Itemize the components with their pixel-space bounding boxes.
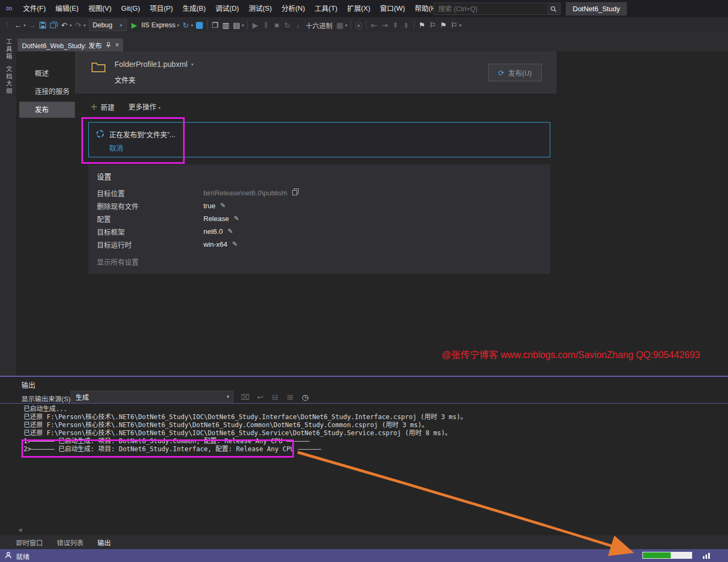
memory-dropdown-icon[interactable]: ▾ — [345, 23, 347, 28]
clear-output-icon[interactable]: ⌧ — [240, 391, 251, 404]
setting-label: 目标框架 — [97, 226, 203, 237]
solution-configuration-select[interactable]: Debug ▾ — [89, 19, 127, 31]
redo-dropdown-icon[interactable]: ▾ — [84, 23, 86, 28]
menu-view[interactable]: 视图(V) — [84, 0, 116, 17]
hexadecimal-toggle[interactable]: 十六进制 — [306, 20, 332, 31]
setting-value: net6.0 — [203, 227, 223, 236]
profile-name-dropdown[interactable]: FolderProfile1.pubxml ▾ — [115, 60, 194, 69]
solution-window-title: DotNet6_Study — [566, 2, 627, 16]
restart-icon[interactable]: ↻ — [282, 19, 293, 32]
build-progress-fill — [643, 552, 671, 558]
stop-icon[interactable]: ■ — [271, 19, 282, 32]
menu-project[interactable]: 项目(P) — [145, 0, 178, 17]
pause-icon[interactable]: ‖ — [261, 19, 271, 32]
tab-immediate-window[interactable]: 即时窗口 — [16, 537, 43, 548]
toolbar-overflow-icon[interactable]: ▾ — [459, 23, 461, 28]
tab-error-list[interactable]: 错误列表 — [57, 537, 84, 548]
profile-dropdown-icon: ▾ — [191, 62, 193, 67]
save-all-icon[interactable] — [48, 19, 59, 32]
uncomment-icon[interactable]: ⇟ — [401, 19, 412, 32]
blog-watermark-text: @张传宁博客 www.cnblogs.com/SavionZhang QQ:90… — [442, 347, 700, 361]
output-toolbar-divider — [0, 403, 728, 404]
menu-debug[interactable]: 调试(D) — [210, 0, 244, 17]
more-actions-button[interactable]: 更多操作 ▾ — [128, 101, 162, 111]
feedback-icon[interactable] — [4, 551, 12, 561]
expand-all-icon[interactable]: ⊞ — [285, 391, 295, 404]
menu-analyze[interactable]: 分析(N) — [277, 0, 310, 17]
publish-button-label: 发布(U) — [508, 67, 532, 78]
setting-row-target-runtime: 目标运行时 win-x64 ✎ — [97, 239, 238, 249]
close-tab-icon[interactable]: × — [115, 41, 119, 49]
start-debug-icon[interactable]: ▶ — [129, 19, 140, 32]
copy-path-icon[interactable] — [292, 188, 299, 197]
edit-pencil-icon[interactable]: ✎ — [228, 227, 233, 235]
toggle-bookmark-icon[interactable]: ⚑ — [416, 19, 427, 32]
show-all-settings-link[interactable]: 显示所有设置 — [97, 256, 139, 267]
search-icon[interactable] — [547, 3, 560, 14]
menu-extensions[interactable]: 扩展(X) — [342, 0, 375, 17]
cancel-publish-link[interactable]: 取消 — [109, 142, 123, 153]
folder-icon — [91, 60, 106, 75]
step-into-icon[interactable]: ↓ — [293, 19, 304, 32]
web-browser-icon[interactable] — [194, 19, 205, 32]
undo-dropdown-icon[interactable]: ▾ — [70, 23, 72, 28]
wrap-lines-icon[interactable]: ↩ — [255, 391, 266, 404]
new-window-icon[interactable]: ❐ — [210, 19, 221, 32]
navigate-back-icon[interactable]: ← — [13, 19, 24, 32]
edit-pencil-icon[interactable]: ✎ — [232, 240, 238, 248]
continue-icon[interactable]: ▶ — [250, 19, 261, 32]
collapse-all-icon[interactable]: ⊟ — [270, 391, 280, 404]
plus-icon: ＋ — [90, 102, 98, 111]
setting-label: 目标运行时 — [97, 239, 203, 249]
split-window-icon[interactable]: ▥ — [221, 19, 231, 32]
publish-button[interactable]: ⟳ 发布(U) — [488, 64, 542, 81]
new-profile-button[interactable]: ＋新建 — [90, 101, 115, 112]
menu-tools[interactable]: 工具(T) — [310, 0, 343, 17]
edit-pencil-icon[interactable]: ✎ — [220, 202, 225, 209]
pane-splitter[interactable] — [0, 376, 728, 377]
window-dropdown-icon[interactable]: ▾ — [242, 23, 244, 28]
increase-indent-icon[interactable]: ⇥ — [380, 19, 390, 32]
run-target-dropdown-icon[interactable]: ▾ — [177, 23, 179, 28]
refresh-dropdown-icon[interactable]: ▾ — [191, 23, 193, 28]
output-source-select[interactable]: 生成 ▾ — [71, 391, 233, 402]
clear-bookmarks-icon[interactable]: ⚐ — [449, 19, 459, 32]
left-tool-strip: 工具箱 文档大纲 — [0, 33, 16, 376]
publish-activity-icon[interactable] — [702, 552, 711, 561]
undo-icon[interactable]: ↶ — [59, 19, 70, 32]
search-input[interactable] — [434, 5, 547, 13]
navigate-forward-icon[interactable]: → — [27, 19, 37, 32]
quick-search-box[interactable] — [434, 3, 560, 15]
sidebar-tab-toolbox[interactable]: 工具箱 — [4, 39, 13, 60]
previous-bookmark-icon[interactable]: ⚐ — [427, 19, 438, 32]
publish-nav-overview[interactable]: 概述 — [19, 65, 75, 81]
redo-icon[interactable]: ↷ — [73, 19, 84, 32]
comment-icon[interactable]: ⇞ — [390, 19, 401, 32]
menu-git[interactable]: Git(G) — [116, 0, 145, 17]
breakpoint-window-icon[interactable]: ⦿ — [353, 19, 364, 32]
timestamp-icon[interactable]: ◷ — [300, 391, 310, 404]
menu-build[interactable]: 生成(B) — [178, 0, 210, 17]
decrease-indent-icon[interactable]: ⇤ — [369, 19, 380, 32]
toolbar-separator — [351, 20, 351, 30]
sidebar-tab-document-outline[interactable]: 文档大纲 — [4, 66, 13, 95]
pin-icon[interactable] — [106, 42, 111, 48]
memory-layout-icon[interactable]: ▦ — [335, 19, 345, 32]
publish-nav-connected-services[interactable]: 连接的服务 — [19, 83, 75, 100]
document-tab-publish[interactable]: DotNet6_Web_Study: 发布 × — [18, 39, 123, 51]
command-window-icon[interactable]: ▤ — [231, 19, 242, 32]
save-icon[interactable] — [37, 19, 48, 32]
refresh-icon[interactable]: ↻ — [180, 19, 191, 32]
toolbar-drag-handle-icon[interactable]: ⋮ — [2, 19, 13, 32]
run-target-label[interactable]: IIS Express — [141, 21, 176, 29]
edit-pencil-icon[interactable]: ✎ — [234, 215, 239, 222]
tab-output[interactable]: 输出 — [97, 537, 111, 548]
navigate-back-dropdown-icon[interactable]: ▾ — [24, 23, 26, 28]
horizontal-scroll-left-icon[interactable]: ◀ — [18, 527, 22, 533]
publish-nav-publish[interactable]: 发布 — [19, 102, 75, 118]
menu-window[interactable]: 窗口(W) — [375, 0, 410, 17]
menu-file[interactable]: 文件(F) — [18, 0, 51, 17]
next-bookmark-icon[interactable]: ⚑ — [438, 19, 449, 32]
menu-edit[interactable]: 编辑(E) — [51, 0, 84, 17]
menu-test[interactable]: 测试(S) — [244, 0, 276, 17]
